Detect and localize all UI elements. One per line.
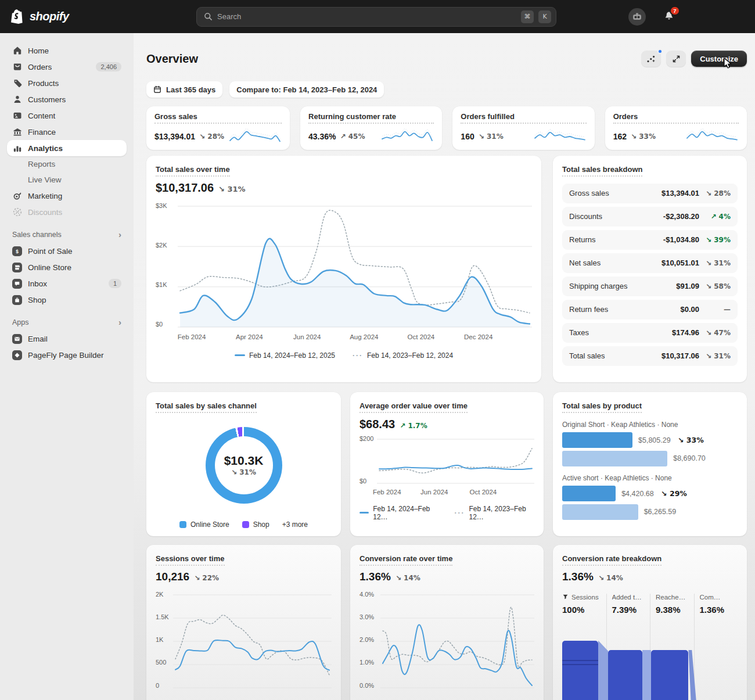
breakdown-row-label[interactable]: Shipping charges bbox=[569, 282, 627, 290]
aov-value-row: $68.43 ↗ 1.7% bbox=[359, 418, 534, 431]
sidebar-item-point-of-sale[interactable]: $Point of Sale bbox=[7, 243, 127, 259]
x-tick-label: Apr 2024 bbox=[236, 333, 263, 340]
product-previous-row: $8,690.70 bbox=[562, 451, 738, 466]
kpi-title[interactable]: Orders fulfilled bbox=[461, 112, 586, 124]
sidebar-section-apps[interactable]: Apps› bbox=[12, 317, 121, 327]
compare-label: Compare to: Feb 14, 2023–Feb 12, 2024 bbox=[236, 85, 377, 94]
sales-breakdown-title[interactable]: Total sales breakdown bbox=[562, 165, 642, 177]
kpi-title[interactable]: Gross sales bbox=[154, 112, 282, 124]
sidebar-item-orders[interactable]: Orders2,406 bbox=[7, 59, 127, 75]
sidebar-item-analytics[interactable]: Analytics bbox=[7, 140, 127, 156]
y-tick-label: 2.0% bbox=[359, 637, 376, 643]
kpi-sparkline bbox=[380, 127, 434, 146]
sidebar-item-customers[interactable]: Customers bbox=[7, 91, 127, 107]
sidebar-item-label: Inbox bbox=[28, 279, 47, 288]
sessions-title[interactable]: Sessions over time bbox=[156, 554, 225, 566]
sales-by-channel-title[interactable]: Total sales by sales channel bbox=[156, 401, 257, 413]
kpi-card-orders: Orders162↘ 33% bbox=[605, 106, 747, 150]
kbd-k: K bbox=[538, 10, 551, 23]
sidebar-item-finance[interactable]: Finance bbox=[7, 124, 127, 140]
legend-item[interactable]: Shop bbox=[242, 520, 269, 529]
home-icon bbox=[12, 46, 22, 55]
funnel-transition bbox=[598, 641, 609, 700]
sidebar-item-online-store[interactable]: Online Store bbox=[7, 259, 127, 275]
orders-icon bbox=[12, 62, 22, 71]
product-current-bar bbox=[562, 486, 616, 501]
kpi-delta: ↘ 33% bbox=[631, 132, 656, 141]
funnel-columns: Sessions100%Added t…7.39%Reache…9.38%Com… bbox=[562, 594, 738, 700]
conversion-breakdown-title[interactable]: Conversion rate breakdown bbox=[562, 554, 661, 566]
kpi-title[interactable]: Orders bbox=[613, 112, 739, 124]
kpi-sparkline bbox=[685, 127, 739, 146]
kpi-value: 160 bbox=[461, 132, 474, 141]
sidebar-section-sales-channels[interactable]: Sales channels› bbox=[12, 229, 121, 239]
conversion-rate-title[interactable]: Conversion rate over time bbox=[359, 554, 452, 566]
plot-area bbox=[178, 204, 532, 329]
aov-title[interactable]: Average order value over time bbox=[359, 401, 468, 413]
date-range-filter[interactable]: Last 365 days bbox=[146, 81, 222, 98]
insights-button[interactable] bbox=[641, 51, 661, 67]
search-input[interactable]: Search ⌘ K bbox=[196, 7, 556, 27]
sidebar-item-content[interactable]: Content bbox=[7, 107, 127, 124]
mid-charts-row: Total sales by sales channel $10.3K ↘ 31… bbox=[146, 392, 747, 536]
sidebar-subitem-live-view[interactable]: Live View bbox=[7, 172, 127, 188]
kpi-row: Gross sales$13,394.01↘ 28%Returning cust… bbox=[146, 106, 747, 150]
breakdown-row-value: $10,051.01 bbox=[661, 259, 699, 267]
total-sales-legend: Feb 14, 2024–Feb 12, 2025···Feb 14, 2023… bbox=[156, 351, 532, 360]
filters-row: Last 365 days Compare to: Feb 14, 2023–F… bbox=[146, 81, 747, 98]
kpi-sparkline bbox=[533, 127, 587, 146]
sales-by-product-title[interactable]: Total sales by product bbox=[562, 401, 642, 413]
sidebar-item-products[interactable]: Products bbox=[7, 75, 127, 91]
sidebar-item-email[interactable]: Email bbox=[7, 331, 127, 347]
header-actions: Customize bbox=[641, 51, 747, 67]
sidebar-item-label: Analytics bbox=[28, 144, 63, 153]
y-axis-labels: $200$0 bbox=[359, 437, 377, 486]
pos-icon: $ bbox=[12, 246, 22, 256]
kpi-title[interactable]: Returning customer rate bbox=[308, 112, 434, 124]
breakdown-row-label[interactable]: Taxes bbox=[569, 328, 589, 337]
sidebar-item-discounts[interactable]: Discounts bbox=[7, 204, 127, 220]
aov-value: $68.43 bbox=[359, 418, 395, 431]
expand-button[interactable] bbox=[666, 51, 686, 67]
breakdown-row-label[interactable]: Net sales bbox=[569, 259, 601, 267]
legend-item[interactable]: Online Store bbox=[179, 520, 229, 529]
breakdown-row: Return fees$0.00— bbox=[562, 300, 738, 320]
inbox-icon bbox=[12, 279, 22, 289]
donut-center: $10.3K ↘ 31% bbox=[215, 436, 273, 494]
sidebar-item-home[interactable]: Home bbox=[7, 42, 127, 59]
breakdown-row-label[interactable]: Discounts bbox=[569, 212, 602, 221]
sidebar-item-inbox[interactable]: Inbox1 bbox=[7, 275, 127, 292]
breakdown-row-label[interactable]: Return fees bbox=[569, 305, 608, 314]
compare-filter[interactable]: Compare to: Feb 14, 2023–Feb 12, 2024 bbox=[229, 81, 384, 98]
y-tick-label: $2K bbox=[156, 242, 173, 249]
main-charts-row: Total sales over time $10,317.06 ↘ 31% $… bbox=[146, 156, 747, 382]
products-icon bbox=[12, 78, 22, 88]
donut-center-delta: ↘ 31% bbox=[231, 468, 256, 476]
sidebar-item-marketing[interactable]: Marketing bbox=[7, 188, 127, 204]
calendar-icon bbox=[153, 85, 161, 94]
breakdown-row-label[interactable]: Gross sales bbox=[569, 189, 609, 198]
notifications-bell[interactable]: 7 bbox=[663, 10, 675, 23]
sidebar-item-badge: 1 bbox=[109, 279, 121, 288]
sidebar-subitem-reports[interactable]: Reports bbox=[7, 156, 127, 172]
y-axis-labels: $3K$2K$1K$0 bbox=[156, 204, 178, 329]
funnel-bar-sessions bbox=[562, 641, 598, 700]
app-frame: HomeOrders2,406ProductsCustomersContentF… bbox=[0, 33, 755, 700]
sidebar-item-label: Online Store bbox=[28, 263, 71, 272]
shopify-admin-window: shopify Search ⌘ K 7 HomeOrders2,406Prod… bbox=[0, 0, 755, 700]
store-avatar[interactable] bbox=[628, 8, 646, 26]
sidebar-item-label: Shop bbox=[28, 296, 46, 304]
breakdown-row-label[interactable]: Returns bbox=[569, 235, 596, 244]
sidebar-item-shop[interactable]: Shop bbox=[7, 292, 127, 308]
product-current-value: $4,420.68 ↘ 29% bbox=[621, 489, 687, 498]
channel-donut-wrap: $10.3K ↘ 31% bbox=[156, 427, 332, 504]
shopify-logo[interactable]: shopify bbox=[9, 8, 184, 26]
product-delta: ↘ 29% bbox=[659, 489, 687, 498]
search-placeholder: Search bbox=[217, 12, 516, 21]
customize-button[interactable]: Customize bbox=[691, 51, 747, 67]
kpi-value: 43.36% bbox=[308, 132, 336, 141]
total-sales-title[interactable]: Total sales over time bbox=[156, 165, 230, 177]
sales-breakdown-rows: Gross sales$13,394.01↘ 28%Discounts-$2,3… bbox=[562, 184, 738, 366]
sidebar-item-pagefly-page-builder[interactable]: PageFly Page Builder bbox=[7, 347, 127, 363]
breakdown-row-label[interactable]: Total sales bbox=[569, 351, 605, 360]
